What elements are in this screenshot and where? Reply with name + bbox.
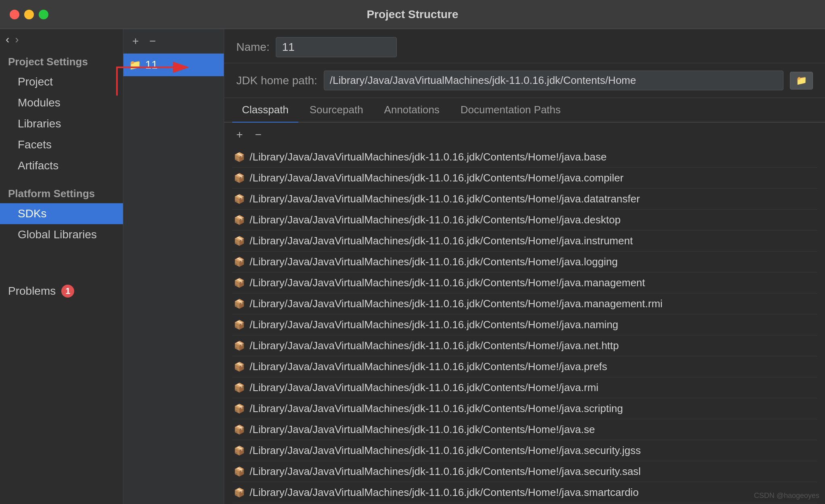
classpath-folder-icon: 📦	[234, 320, 245, 330]
classpath-folder-icon: 📦	[234, 341, 245, 351]
maximize-button[interactable]	[39, 10, 48, 19]
classpath-folder-icon: 📦	[234, 299, 245, 309]
classpath-folder-icon: 📦	[234, 383, 245, 393]
classpath-item-path: /Library/Java/JavaVirtualMachines/jdk-11…	[250, 151, 606, 163]
classpath-item-path: /Library/Java/JavaVirtualMachines/jdk-11…	[250, 360, 607, 373]
jdk-path-row: JDK home path: 📁	[224, 63, 825, 98]
tabs-row: Classpath Sourcepath Annotations Documen…	[224, 98, 825, 123]
classpath-folder-icon: 📦	[234, 194, 245, 204]
remove-sdk-button[interactable]: −	[146, 33, 159, 49]
classpath-item-path: /Library/Java/JavaVirtualMachines/jdk-11…	[250, 193, 640, 205]
classpath-folder-icon: 📦	[234, 215, 245, 225]
sidebar: ‹ › Project Settings Project Modules Lib…	[0, 29, 123, 504]
titlebar: Project Structure	[0, 0, 825, 29]
sidebar-item-global-libraries[interactable]: Global Libraries	[0, 224, 123, 245]
minimize-button[interactable]	[24, 10, 34, 19]
sdk-list-pane: + − 📁 11	[123, 29, 224, 504]
problems-label: Problems	[8, 285, 56, 298]
classpath-item-path: /Library/Java/JavaVirtualMachines/jdk-11…	[250, 256, 618, 268]
watermark: CSDN @haogeoyes	[754, 492, 819, 500]
classpath-folder-icon: 📦	[234, 446, 245, 456]
classpath-item-path: /Library/Java/JavaVirtualMachines/jdk-11…	[250, 319, 618, 331]
main-layout: ‹ › Project Settings Project Modules Lib…	[0, 29, 825, 504]
sdk-detail-pane: Name: JDK home path: 📁 Classpath Sourcep…	[224, 29, 825, 504]
classpath-item[interactable]: 📦/Library/Java/JavaVirtualMachines/jdk-1…	[232, 398, 817, 419]
sidebar-item-sdks[interactable]: SDKs	[0, 203, 123, 224]
classpath-item[interactable]: 📦/Library/Java/JavaVirtualMachines/jdk-1…	[232, 377, 817, 398]
classpath-item[interactable]: 📦/Library/Java/JavaVirtualMachines/jdk-1…	[232, 419, 817, 440]
project-settings-section-title: Project Settings	[0, 52, 123, 71]
classpath-item[interactable]: 📦/Library/Java/JavaVirtualMachines/jdk-1…	[232, 189, 817, 210]
classpath-folder-icon: 📦	[234, 404, 245, 414]
name-label: Name:	[236, 41, 269, 54]
classpath-item-path: /Library/Java/JavaVirtualMachines/jdk-11…	[250, 402, 623, 415]
forward-button[interactable]: ›	[15, 33, 19, 46]
classpath-item[interactable]: 📦/Library/Java/JavaVirtualMachines/jdk-1…	[232, 440, 817, 461]
platform-settings-section-title: Platform Settings	[0, 184, 123, 203]
sidebar-item-project[interactable]: Project	[0, 71, 123, 92]
classpath-toolbar: + −	[224, 123, 825, 147]
classpath-folder-icon: 📦	[234, 487, 245, 498]
classpath-item-path: /Library/Java/JavaVirtualMachines/jdk-11…	[250, 381, 598, 394]
classpath-item-path: /Library/Java/JavaVirtualMachines/jdk-11…	[250, 172, 623, 184]
classpath-item[interactable]: 📦/Library/Java/JavaVirtualMachines/jdk-1…	[232, 461, 817, 482]
remove-classpath-button[interactable]: −	[251, 127, 265, 143]
problems-badge: 1	[61, 285, 74, 298]
sidebar-item-libraries[interactable]: Libraries	[0, 113, 123, 134]
classpath-item[interactable]: 📦/Library/Java/JavaVirtualMachines/jdk-1…	[232, 210, 817, 231]
classpath-item-path: /Library/Java/JavaVirtualMachines/jdk-11…	[250, 423, 595, 436]
classpath-item[interactable]: 📦/Library/Java/JavaVirtualMachines/jdk-1…	[232, 356, 817, 377]
jdk-path-label: JDK home path:	[236, 74, 317, 87]
classpath-folder-icon: 📦	[234, 278, 245, 288]
classpath-item-path: /Library/Java/JavaVirtualMachines/jdk-11…	[250, 486, 639, 499]
classpath-folder-icon: 📦	[234, 257, 245, 267]
classpath-item-path: /Library/Java/JavaVirtualMachines/jdk-11…	[250, 214, 621, 226]
classpath-folder-icon: 📦	[234, 236, 245, 246]
add-sdk-button[interactable]: +	[129, 33, 142, 49]
classpath-item-path: /Library/Java/JavaVirtualMachines/jdk-11…	[250, 339, 619, 352]
sdk-item-11[interactable]: 📁 11	[123, 54, 224, 76]
close-button[interactable]	[10, 10, 19, 19]
sidebar-item-artifacts[interactable]: Artifacts	[0, 155, 123, 176]
sidebar-item-modules[interactable]: Modules	[0, 92, 123, 113]
tab-documentation-paths[interactable]: Documentation Paths	[451, 98, 571, 123]
name-input[interactable]	[276, 37, 397, 57]
sdk-item-label: 11	[145, 58, 158, 71]
tab-annotations[interactable]: Annotations	[375, 98, 449, 123]
classpath-item[interactable]: 📦/Library/Java/JavaVirtualMachines/jdk-1…	[232, 482, 817, 503]
folder-browse-icon: 📁	[796, 75, 807, 85]
classpath-folder-icon: 📦	[234, 173, 245, 183]
browse-button[interactable]: 📁	[790, 72, 813, 90]
classpath-item[interactable]: 📦/Library/Java/JavaVirtualMachines/jdk-1…	[232, 147, 817, 168]
classpath-item-path: /Library/Java/JavaVirtualMachines/jdk-11…	[250, 235, 633, 247]
classpath-item[interactable]: 📦/Library/Java/JavaVirtualMachines/jdk-1…	[232, 168, 817, 189]
classpath-item-path: /Library/Java/JavaVirtualMachines/jdk-11…	[250, 465, 641, 478]
classpath-item-path: /Library/Java/JavaVirtualMachines/jdk-11…	[250, 298, 662, 310]
problems-section[interactable]: Problems 1	[0, 277, 123, 305]
sdk-toolbar: + −	[123, 29, 224, 54]
classpath-item[interactable]: 📦/Library/Java/JavaVirtualMachines/jdk-1…	[232, 294, 817, 314]
classpath-item[interactable]: 📦/Library/Java/JavaVirtualMachines/jdk-1…	[232, 273, 817, 294]
sdk-folder-icon: 📁	[129, 59, 141, 71]
add-classpath-button[interactable]: +	[232, 127, 247, 143]
window-controls	[10, 10, 48, 19]
classpath-item-path: /Library/Java/JavaVirtualMachines/jdk-11…	[250, 444, 641, 457]
tab-sourcepath[interactable]: Sourcepath	[300, 98, 373, 123]
classpath-folder-icon: 📦	[234, 152, 245, 162]
sidebar-item-facets[interactable]: Facets	[0, 134, 123, 155]
classpath-item-path: /Library/Java/JavaVirtualMachines/jdk-11…	[250, 277, 645, 289]
classpath-item[interactable]: 📦/Library/Java/JavaVirtualMachines/jdk-1…	[232, 252, 817, 273]
classpath-folder-icon: 📦	[234, 425, 245, 435]
name-row: Name:	[224, 29, 825, 63]
back-button[interactable]: ‹	[6, 33, 9, 46]
classpath-folder-icon: 📦	[234, 362, 245, 372]
classpath-item[interactable]: 📦/Library/Java/JavaVirtualMachines/jdk-1…	[232, 231, 817, 252]
window-title: Project Structure	[367, 8, 458, 21]
classpath-list[interactable]: 📦/Library/Java/JavaVirtualMachines/jdk-1…	[224, 147, 825, 504]
classpath-item[interactable]: 📦/Library/Java/JavaVirtualMachines/jdk-1…	[232, 314, 817, 335]
jdk-path-input[interactable]	[324, 71, 783, 90]
tab-classpath[interactable]: Classpath	[232, 98, 298, 123]
classpath-item[interactable]: 📦/Library/Java/JavaVirtualMachines/jdk-1…	[232, 335, 817, 356]
classpath-folder-icon: 📦	[234, 467, 245, 477]
